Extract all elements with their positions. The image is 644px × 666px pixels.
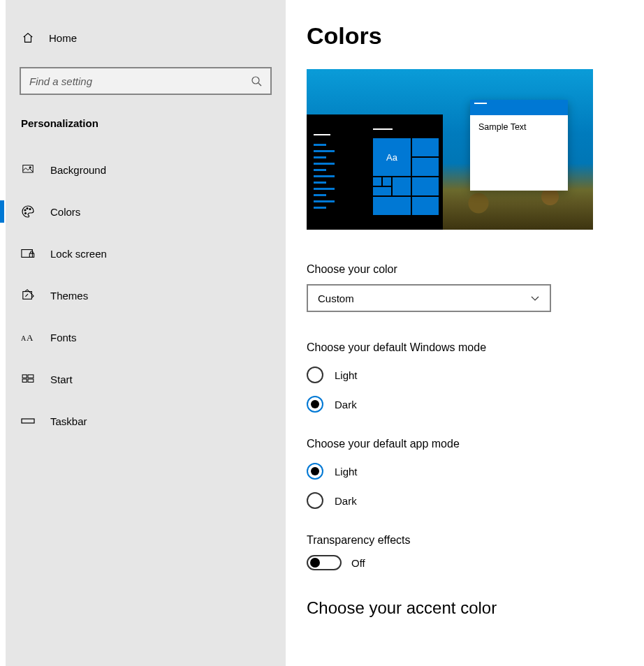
preview-tile-aa: Aa	[373, 138, 411, 176]
sidebar-item-label: Colors	[50, 206, 80, 218]
home-icon	[21, 31, 35, 45]
sidebar-item-label: Themes	[50, 290, 88, 302]
lock-screen-icon	[21, 246, 35, 260]
svg-rect-14	[22, 379, 27, 382]
sidebar-item-colors[interactable]: Colors	[6, 195, 286, 228]
windows-mode-dark[interactable]: Dark	[307, 396, 623, 413]
transparency-toggle[interactable]	[307, 555, 342, 570]
svg-point-2	[29, 167, 31, 168]
choose-color-value: Custom	[318, 293, 354, 304]
preview-window-text: Sample Text	[470, 115, 568, 139]
toggle-knob	[310, 558, 320, 568]
preview-tiles: Aa	[373, 128, 439, 134]
app-mode-group: Light Dark	[307, 463, 623, 509]
svg-text:A: A	[21, 334, 27, 342]
accent-color-heading: Choose your accent color	[307, 598, 623, 618]
windows-mode-light[interactable]: Light	[307, 367, 623, 383]
radio-label: Dark	[335, 495, 357, 507]
sidebar-item-label: Background	[50, 164, 106, 176]
preview-sample-window: Sample Text	[470, 100, 568, 191]
svg-point-3	[24, 209, 26, 211]
app-mode-label: Choose your default app mode	[307, 438, 623, 450]
search-input[interactable]	[29, 75, 251, 87]
picture-icon	[21, 163, 35, 177]
radio-label: Light	[335, 369, 358, 381]
sidebar-item-fonts[interactable]: AA Fonts	[6, 320, 286, 354]
app-mode-light[interactable]: Light	[307, 463, 623, 480]
radio-label: Light	[335, 466, 358, 478]
palette-icon	[21, 205, 35, 219]
fonts-icon: AA	[21, 330, 35, 344]
svg-rect-8	[29, 253, 34, 257]
radio-icon	[307, 396, 323, 413]
svg-text:A: A	[27, 332, 34, 343]
sidebar-home-label: Home	[49, 32, 77, 44]
page-title: Colors	[307, 22, 623, 50]
windows-mode-group: Light Dark	[307, 367, 623, 413]
color-preview: Aa Sample Text	[307, 69, 593, 230]
transparency-label: Transparency effects	[307, 534, 623, 547]
sidebar-item-taskbar[interactable]: Taskbar	[6, 404, 286, 438]
radio-icon	[307, 492, 323, 509]
preview-window-titlebar	[470, 100, 568, 115]
svg-rect-12	[22, 375, 27, 378]
search-settings[interactable]	[20, 67, 272, 95]
preview-start-panel: Aa	[307, 114, 443, 230]
sidebar-item-label: Start	[50, 373, 73, 385]
svg-rect-15	[28, 379, 34, 382]
choose-color-label: Choose your color	[307, 263, 623, 276]
svg-point-6	[25, 213, 27, 214]
svg-rect-13	[28, 375, 34, 378]
svg-rect-16	[22, 419, 34, 423]
sidebar-home[interactable]: Home	[6, 24, 286, 52]
main-content: Colors Aa Sample Text	[286, 0, 644, 666]
settings-sidebar: Home Personalization Background	[0, 0, 286, 666]
sidebar-item-start[interactable]: Start	[6, 362, 286, 396]
chevron-down-icon	[530, 293, 540, 303]
svg-point-4	[27, 208, 28, 209]
transparency-value: Off	[351, 557, 365, 569]
taskbar-icon	[21, 414, 35, 428]
preview-menu-column	[314, 134, 336, 213]
sidebar-item-label: Lock screen	[50, 248, 107, 260]
sidebar-item-label: Taskbar	[50, 415, 87, 427]
radio-icon	[307, 367, 323, 383]
choose-color-dropdown[interactable]: Custom	[307, 284, 551, 312]
search-icon	[251, 75, 262, 87]
sidebar-item-label: Fonts	[50, 332, 77, 343]
sidebar-item-themes[interactable]: Themes	[6, 279, 286, 312]
start-icon	[21, 372, 35, 386]
sidebar-item-lock-screen[interactable]: Lock screen	[6, 237, 286, 270]
sidebar-category: Personalization	[21, 117, 286, 129]
sidebar-item-background[interactable]: Background	[6, 153, 286, 186]
themes-icon	[21, 288, 35, 302]
radio-icon	[307, 463, 323, 480]
svg-point-0	[252, 77, 259, 84]
sidebar-nav: Background Colors Lock screen	[6, 153, 286, 438]
app-mode-dark[interactable]: Dark	[307, 492, 623, 509]
radio-label: Dark	[335, 399, 357, 410]
windows-mode-label: Choose your default Windows mode	[307, 341, 623, 354]
svg-point-5	[29, 209, 31, 210]
